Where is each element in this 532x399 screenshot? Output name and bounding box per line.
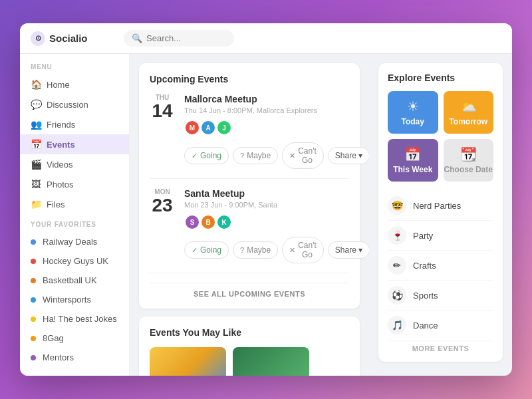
crafts-label: Crafts [413, 261, 436, 271]
see-all-link[interactable]: SEE ALL UPCOMING EVENTS [150, 283, 349, 298]
event-actions-1: ✓ Going ? Maybe ✕ Can't Go [184, 142, 369, 169]
category-nerd[interactable]: 🤓 Nerd Parties [388, 191, 493, 221]
thisweek-icon: 📅 [404, 146, 421, 162]
day-num-2: 23 [150, 196, 175, 216]
avatar-2-2: B [200, 214, 216, 230]
sidebar-item-home[interactable]: 🏠 Home [20, 74, 129, 94]
8gag-dot [31, 336, 36, 341]
jokes-dot [31, 317, 36, 322]
maybe-button-1[interactable]: ? Maybe [233, 147, 278, 164]
discussion-icon: 💬 [31, 99, 41, 110]
events-may-like-card: Events You May Like [139, 317, 360, 376]
category-sports[interactable]: ⚽ Sports [388, 281, 493, 311]
sidebar-item-hockey[interactable]: Hockey Guys UK [20, 251, 129, 271]
tile-choosedate[interactable]: 📆 Choose Date [444, 139, 494, 182]
event-info-2: Santa Meetup Mon 23 Jun - 9:00PM, Santa … [184, 188, 369, 263]
tile-today[interactable]: ☀ Today [388, 91, 438, 134]
menu-label: MENU [20, 63, 129, 74]
nerd-icon: 🤓 [388, 196, 406, 215]
sidebar-item-discussion[interactable]: 💬 Discussion [20, 94, 129, 114]
share-chevron-icon-2: ▾ [358, 245, 362, 255]
cant-go-button-1[interactable]: ✕ Can't Go [282, 142, 324, 169]
avatar-1-1: M [184, 120, 200, 136]
avatar-1-2: A [200, 120, 216, 136]
home-icon: 🏠 [31, 79, 41, 90]
logo-icon: ⊙ [31, 31, 45, 46]
share-button-2[interactable]: Share ▾ [328, 241, 369, 259]
nerd-label: Nerd Parties [413, 201, 461, 211]
sidebar-item-mentors[interactable]: Mentors [20, 348, 129, 367]
thisweek-label: This Week [393, 165, 432, 174]
sidebar-item-videos[interactable]: 🎬 Videos [20, 154, 129, 174]
mini-event-food[interactable] [233, 347, 309, 376]
cant-go-button-2[interactable]: ✕ Can't Go [282, 237, 324, 263]
header: ⊙ Socialio 🔍 [20, 23, 512, 54]
sidebar-item-basketball[interactable]: Basketball UK [20, 271, 129, 290]
share-button-1[interactable]: Share ▾ [328, 147, 369, 164]
explore-card: Explore Events ☀ Today ⛅ Tomorrow 📅 This… [378, 63, 503, 362]
category-crafts[interactable]: ✏ Crafts [388, 251, 493, 281]
sidebar-item-8gag[interactable]: 8Gag [20, 329, 129, 348]
date-grid: ☀ Today ⛅ Tomorrow 📅 This Week 📆 Choose … [388, 91, 493, 182]
party-label: Party [413, 231, 433, 241]
hockey-dot [31, 259, 36, 264]
event-info-1: Mallorca Meetup Thu 14 Jun - 8:00PM, Mal… [184, 94, 369, 169]
share-chevron-icon: ▾ [358, 151, 362, 160]
friends-icon: 👥 [31, 119, 41, 130]
sidebar-item-friends[interactable]: 👥 Friends [20, 114, 129, 134]
mini-event-surf[interactable] [150, 347, 226, 376]
going-button-2[interactable]: ✓ Going [184, 241, 229, 259]
sidebar-item-railway[interactable]: Railway Deals [20, 232, 129, 251]
choosedate-icon: 📆 [460, 146, 477, 162]
explore-title: Explore Events [388, 72, 493, 83]
search-input[interactable] [146, 33, 226, 43]
sidebar: MENU 🏠 Home 💬 Discussion 👥 Friends 📅 Eve… [20, 54, 130, 376]
files-icon: 📁 [31, 199, 41, 209]
photos-icon: 🖼 [31, 179, 41, 190]
event-title-2: Santa Meetup [184, 188, 369, 199]
question-icon-2: ? [240, 246, 244, 254]
events-may-like-title: Events You May Like [150, 327, 349, 338]
mini-card-row [150, 347, 349, 376]
avatar-row-2: S B K [184, 214, 369, 230]
sidebar-item-files[interactable]: 📁 Files [20, 194, 129, 214]
sidebar-item-winter[interactable]: Wintersports [20, 290, 129, 309]
going-button-1[interactable]: ✓ Going [184, 147, 229, 164]
main-content: Upcoming Events THU 14 Mallorca Meetup T… [130, 54, 369, 376]
choosedate-label: Choose Date [444, 165, 493, 174]
event-row-1: THU 14 Mallorca Meetup Thu 14 Jun - 8:00… [150, 94, 349, 179]
question-icon: ? [240, 152, 244, 160]
basketball-dot [31, 278, 36, 283]
check-icon-2: ✓ [192, 246, 198, 255]
sidebar-item-events[interactable]: 📅 Events [20, 134, 129, 154]
app-name: Socialio [49, 33, 88, 44]
sports-icon: ⚽ [388, 286, 406, 305]
sidebar-item-jokes[interactable]: Ha! The best Jokes [20, 309, 129, 329]
tile-thisweek[interactable]: 📅 This Week [388, 139, 438, 182]
avatar-2-1: S [184, 214, 200, 230]
railway-dot [31, 239, 36, 245]
more-events-link[interactable]: MORE EVENTS [388, 344, 493, 352]
maybe-button-2[interactable]: ? Maybe [233, 241, 278, 259]
avatar-1-3: J [216, 120, 232, 136]
winter-dot [31, 297, 36, 303]
x-icon-2: ✕ [289, 246, 295, 255]
search-bar[interactable]: 🔍 [124, 30, 234, 47]
upcoming-events-title: Upcoming Events [150, 74, 349, 84]
mentors-dot [31, 355, 36, 360]
category-party[interactable]: 🍷 Party [388, 221, 493, 251]
avatar-row-1: M A J [184, 120, 369, 136]
crafts-icon: ✏ [388, 256, 406, 275]
category-dance[interactable]: 🎵 Dance [388, 311, 493, 340]
event-row-2: MON 23 Santa Meetup Mon 23 Jun - 9:00PM,… [150, 188, 349, 273]
sidebar-item-photos[interactable]: 🖼 Photos [20, 174, 129, 194]
today-icon: ☀ [407, 98, 419, 114]
dance-label: Dance [413, 321, 438, 331]
sports-label: Sports [413, 291, 438, 301]
tile-tomorrow[interactable]: ⛅ Tomorrow [444, 91, 494, 134]
videos-icon: 🎬 [31, 159, 41, 170]
event-actions-2: ✓ Going ? Maybe ✕ Can't Go [184, 237, 369, 263]
event-subtitle-1: Thu 14 Jun - 8:00PM, Mallorca Explorers [184, 106, 369, 114]
favorites-label: YOUR FAVORITES [20, 221, 129, 232]
upcoming-events-card: Upcoming Events THU 14 Mallorca Meetup T… [139, 63, 360, 309]
